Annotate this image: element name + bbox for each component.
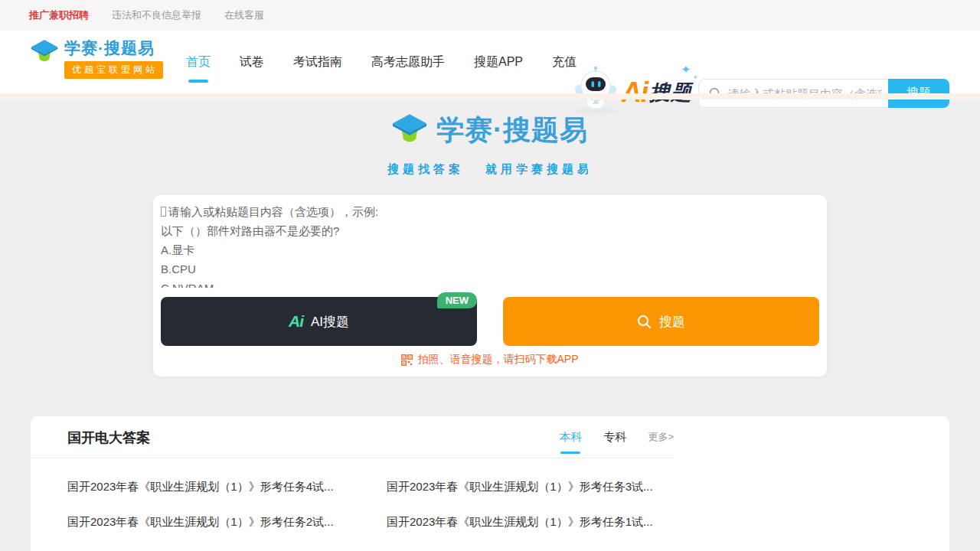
sparkle-icon-small: ✦: [692, 73, 698, 81]
tab-more-link[interactable]: 更多>: [648, 430, 674, 444]
nav-exam-guide[interactable]: 考试指南: [292, 48, 344, 77]
answer-link[interactable]: 国开2023年春《职业生涯规划（1）》形考任务4试...: [67, 469, 387, 504]
search-button[interactable]: 搜题: [503, 297, 819, 346]
top-utility-bar: 推广兼职招聘 违法和不良信息举报 在线客服: [0, 0, 980, 31]
answers-list: 国开2023年春《职业生涯规划（1）》形考任务4试... 国开2023年春《职业…: [31, 458, 949, 551]
example-line: B.CPU: [161, 259, 819, 279]
mascot-label: 搜题: [649, 79, 692, 106]
caption-text: 拍照、语音搜题，请扫码下载APP: [417, 353, 578, 367]
answer-link[interactable]: 国开2023年春《职业生涯规划（1）》形考任务3试...: [387, 469, 706, 504]
site-title: 学赛·搜题易: [64, 38, 163, 58]
example-line: 请输入或粘贴题目内容（含选项），示例:: [161, 202, 819, 221]
search-icon: [637, 315, 652, 329]
search-panel: 请输入或粘贴题目内容（含选项），示例: 以下（）部件对路由器不是必要的? A.显…: [153, 195, 827, 377]
answer-link[interactable]: 国开2023年春《职业生涯规划（1）》形考任务...: [387, 540, 706, 551]
nav-home[interactable]: 首页: [185, 48, 212, 77]
answers-tabs: 本科 专科 更多>: [559, 416, 674, 458]
mascot-ai-wordmark: Ai: [622, 77, 648, 109]
example-line: 以下（）部件对路由器不是必要的?: [161, 221, 819, 240]
answers-header: 国开电大答案 本科 专科 更多>: [31, 416, 674, 458]
example-line: C.NVRAM: [161, 279, 819, 288]
answer-link[interactable]: 国开2023年春《职业生涯规划（1）》形考任务1试...: [387, 504, 706, 540]
ai-search-label: AI搜题: [311, 313, 349, 331]
nav-app[interactable]: 搜题APP: [472, 48, 524, 77]
link-promo-jobs[interactable]: 推广兼职招聘: [29, 8, 89, 22]
main-header: 学赛·搜题易 优题宝联盟网站 首页 试卷 考试指南 高考志愿助手 搜题APP 充…: [0, 31, 980, 93]
tab-college[interactable]: 专科: [603, 430, 626, 445]
tagline-part-b: 就用学赛搜题易: [485, 162, 593, 177]
page: 推广兼职招聘 违法和不良信息举报 在线客服 学赛·搜题易 优题宝联盟网站 首页: [0, 0, 980, 551]
tab-undergraduate-label: 本科: [559, 430, 582, 443]
hero-logo: 学赛·搜题易: [0, 112, 980, 149]
answer-link[interactable]: 国开2023年春《职业生涯规划（1）》形考任务...: [67, 540, 387, 551]
hero-title: 学赛·搜题易: [436, 112, 588, 149]
nav-gaokao-helper[interactable]: 高考志愿助手: [370, 48, 446, 77]
tab-active-underline: [560, 452, 580, 454]
missing-glyph-box: [161, 207, 166, 217]
ai-logo-icon: Ai: [289, 312, 303, 331]
qr-code-icon: [401, 354, 413, 366]
search-buttons-row: Ai AI搜题 NEW 搜题: [161, 297, 819, 346]
graduation-cap-icon-large: [392, 112, 427, 148]
graduation-cap-icon: [31, 38, 58, 67]
answer-link[interactable]: 国开2023年春《职业生涯规划（1）》形考任务2试...: [67, 504, 387, 540]
svg-text:AI: AI: [593, 99, 599, 105]
header-accent-strip: [0, 93, 980, 99]
ai-search-button[interactable]: Ai AI搜题 NEW: [161, 297, 477, 346]
section-title: 国开电大答案: [67, 429, 150, 447]
tab-undergraduate[interactable]: 本科: [559, 430, 582, 445]
main-nav: 首页 试卷 考试指南 高考志愿助手 搜题APP 充值: [185, 31, 578, 93]
nav-active-underline: [188, 80, 208, 83]
sparkle-icon: ✦: [681, 63, 691, 77]
link-online-service[interactable]: 在线客服: [224, 8, 264, 22]
site-badge: 优题宝联盟网站: [64, 61, 163, 79]
search-label: 搜题: [659, 313, 685, 331]
site-logo[interactable]: 学赛·搜题易 优题宝联盟网站: [31, 38, 163, 79]
tagline-part-a: 搜题找答案: [387, 162, 464, 177]
nav-papers[interactable]: 试卷: [238, 48, 266, 77]
app-download-caption: 拍照、语音搜题，请扫码下载APP: [153, 353, 827, 367]
link-report-illegal[interactable]: 违法和不良信息举报: [112, 8, 201, 22]
guokai-answers-card: 国开电大答案 本科 专科 更多> 国开2023年春《职业生涯规划（1）》形考任务…: [31, 416, 949, 551]
hero-tagline: 搜题找答案 就用学赛搜题易: [0, 162, 980, 177]
nav-home-label: 首页: [186, 55, 211, 68]
new-badge: NEW: [437, 292, 477, 308]
question-textarea[interactable]: 请输入或粘贴题目内容（含选项），示例: 以下（）部件对路由器不是必要的? A.显…: [161, 202, 819, 288]
example-line: A.显卡: [161, 240, 819, 259]
